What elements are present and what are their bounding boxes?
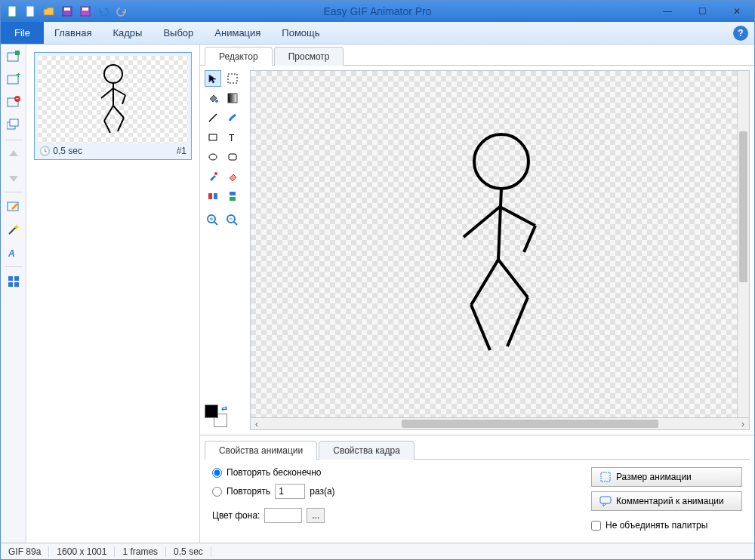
frame-thumbnail[interactable]: 🕓 0,5 sec #1 [34,52,192,160]
label-bgcolor: Цвет фона: [212,510,260,521]
svg-point-50 [474,134,528,189]
quick-access-toolbar [1,4,129,19]
svg-line-55 [471,260,498,305]
lt-insert-frame-icon[interactable]: + [5,72,23,88]
tab-frame-props[interactable]: Свойства кадра [319,441,414,460]
lt-delete-frame-icon[interactable]: - [5,94,23,111]
tool-zoom-out-icon[interactable] [224,212,241,229]
svg-point-38 [214,172,217,175]
lt-grid-icon[interactable] [5,273,23,290]
vscroll-thumb[interactable] [739,131,747,282]
svg-line-29 [118,118,124,131]
tool-palette: T [205,70,245,229]
lt-wizard-icon[interactable] [5,221,23,238]
hscroll-right-icon[interactable]: › [737,419,749,429]
menu-frames[interactable]: Кадры [102,22,153,44]
editor-tabs: Редактор Просмотр [200,45,754,66]
tool-brush-icon[interactable] [224,109,241,126]
qat-open-icon[interactable] [42,4,57,19]
qat-save2-icon[interactable] [78,4,93,19]
qat-new-icon[interactable] [5,4,20,19]
svg-rect-40 [214,193,217,199]
tool-gradient-icon[interactable] [224,90,241,106]
qat-redo-icon[interactable] [114,4,129,19]
lt-duplicate-frame-icon[interactable] [5,117,23,134]
frames-panel: 🕓 0,5 sec #1 [26,45,200,543]
svg-rect-0 [8,6,16,17]
repeat-count-spinner[interactable]: 1 [275,484,305,499]
radio-repeat-infinite[interactable] [212,468,222,478]
button-anim-size[interactable]: Размер анимации [591,467,742,487]
hscroll-thumb[interactable] [402,420,658,428]
svg-rect-41 [230,192,236,195]
tool-zoom-in-icon[interactable] [205,212,221,229]
button-anim-comment[interactable]: Комментарий к анимации [591,491,742,511]
lt-edit-frame-icon[interactable] [5,198,23,215]
props-tabs: Свойства анимации Свойства кадра [205,440,750,460]
checkbox-no-merge[interactable] [591,521,601,531]
tool-fill-icon[interactable] [205,90,221,106]
hscroll-left-icon[interactable]: ‹ [251,419,263,429]
menu-animation[interactable]: Анимация [204,22,271,44]
editor-body: T [200,66,754,435]
tool-ellipse-icon[interactable] [205,149,221,165]
qat-new-doc-icon[interactable] [23,4,39,19]
svg-line-51 [498,189,501,260]
lt-add-frame-icon[interactable] [5,49,23,66]
tool-roundrect-icon[interactable] [224,149,241,165]
lt-move-up-icon[interactable] [5,146,23,163]
svg-line-48 [234,222,237,225]
help-icon[interactable]: ? [733,26,748,41]
menu-selection[interactable]: Выбор [153,22,204,44]
window-controls: — ☐ ✕ [650,1,754,22]
status-dimensions: 1600 x 1001 [49,546,115,557]
svg-line-57 [498,260,528,297]
close-button[interactable]: ✕ [720,1,754,22]
bgcolor-swatch[interactable] [264,508,302,523]
tool-eyedropper-icon[interactable] [205,168,221,185]
svg-rect-5 [82,8,88,11]
lt-text-icon[interactable]: A [5,244,23,260]
button-anim-size-label: Размер анимации [616,472,692,482]
tool-flip-h-icon[interactable] [205,188,221,205]
svg-line-56 [471,305,490,350]
drawing-canvas[interactable] [251,71,737,417]
radio-repeat-n[interactable] [212,487,222,497]
menu-help[interactable]: Помощь [271,22,330,44]
tool-marquee-icon[interactable] [224,70,241,87]
bgcolor-browse-button[interactable]: ... [307,508,325,523]
tool-text-icon[interactable]: T [224,129,241,146]
tool-line-icon[interactable] [205,109,221,126]
swap-colors-icon[interactable]: ⇄ [221,405,227,413]
foreground-color-swatch[interactable] [205,405,218,418]
status-frames: 1 frames [115,546,166,557]
qat-undo-icon[interactable] [96,4,111,19]
label-repeat-infinite: Повторять бесконечно [226,467,322,478]
titlebar: Easy GIF Animator Pro — ☐ ✕ [1,1,754,22]
svg-rect-3 [64,8,70,11]
minimize-button[interactable]: — [650,1,685,22]
vertical-scrollbar[interactable] [737,71,749,417]
tool-pointer-icon[interactable] [205,70,221,87]
tab-anim-props[interactable]: Свойства анимации [205,441,317,460]
svg-rect-1 [26,6,34,17]
horizontal-scrollbar[interactable]: ‹ › [250,418,750,430]
svg-rect-7 [15,51,20,55]
statusbar: GIF 89a 1600 x 1001 1 frames 0,5 sec [1,543,754,559]
svg-line-25 [122,95,125,104]
tab-preview[interactable]: Просмотр [274,47,344,66]
qat-save-icon[interactable] [60,4,75,19]
tool-eraser-icon[interactable] [224,168,241,185]
lt-move-down-icon[interactable] [5,169,23,186]
svg-line-24 [113,88,125,95]
tab-editor[interactable]: Редактор [205,47,273,66]
svg-rect-32 [228,94,237,103]
menu-main[interactable]: Главная [44,22,102,44]
tool-rect-icon[interactable] [205,129,221,146]
tool-flip-v-icon[interactable] [224,188,241,205]
maximize-button[interactable]: ☐ [685,1,720,22]
frame-number: #1 [177,146,186,156]
svg-point-21 [104,65,122,83]
menu-file[interactable]: File [1,22,44,44]
svg-line-53 [500,207,535,226]
